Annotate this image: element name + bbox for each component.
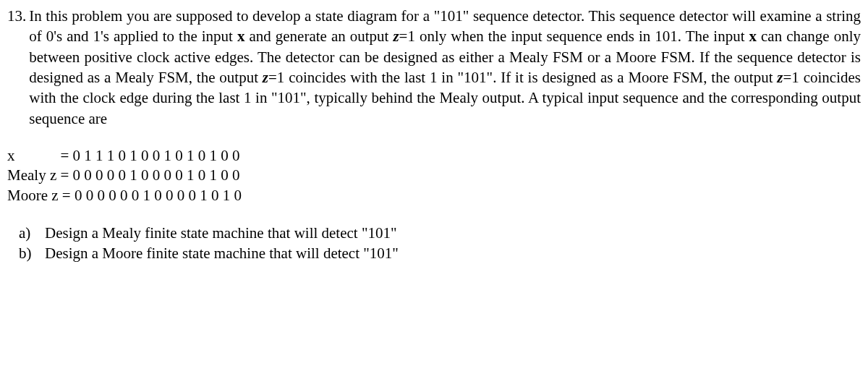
subpart-a-label: a) (19, 223, 45, 243)
seq-moore-values: = 0 0 0 0 0 0 1 0 0 0 0 1 0 1 0 (62, 187, 242, 204)
var-x-2: x (749, 27, 757, 45)
sequence-moore: Moore z = 0 0 0 0 0 0 1 0 0 0 0 1 0 1 0 (7, 186, 861, 205)
subpart-b: b) Design a Moore finite state machine t… (7, 243, 861, 263)
seq-moore-label: Moore z (7, 186, 62, 205)
problem-body: In this problem you are supposed to deve… (29, 6, 861, 129)
problem-number: 13. (7, 6, 29, 26)
subpart-a-text: Design a Mealy finite state machine that… (45, 223, 397, 243)
var-z-2: z (263, 69, 268, 86)
var-x-1: x (237, 27, 245, 45)
var-z-1: z (393, 27, 399, 45)
problem-text-3: =1 only when the input sequence ends in … (399, 27, 749, 45)
subpart-b-label: b) (19, 243, 45, 263)
subparts: a) Design a Mealy finite state machine t… (7, 223, 861, 264)
seq-x-values: = 0 1 1 1 0 1 0 0 1 0 1 0 1 0 0 (61, 147, 240, 164)
subpart-a: a) Design a Mealy finite state machine t… (7, 223, 861, 243)
subpart-b-text: Design a Moore finite state machine that… (45, 243, 399, 263)
var-z-3: z (777, 69, 783, 86)
sequence-mealy: Mealy z = 0 0 0 0 0 1 0 0 0 0 1 0 1 0 0 (7, 166, 861, 185)
seq-mealy-label: Mealy z (7, 166, 60, 185)
seq-mealy-values: = 0 0 0 0 0 1 0 0 0 0 1 0 1 0 0 (60, 166, 239, 184)
sequence-x: x = 0 1 1 1 0 1 0 0 1 0 1 0 1 0 0 (7, 146, 861, 166)
problem-text-5: =1 coincides with the last 1 in "101". I… (268, 69, 777, 86)
problem-container: 13. In this problem you are supposed to … (7, 6, 861, 129)
problem-text-2: and generate an output (244, 27, 393, 45)
seq-x-label: x (7, 146, 15, 166)
sequence-block: x = 0 1 1 1 0 1 0 0 1 0 1 0 1 0 0 Mealy … (7, 146, 861, 205)
